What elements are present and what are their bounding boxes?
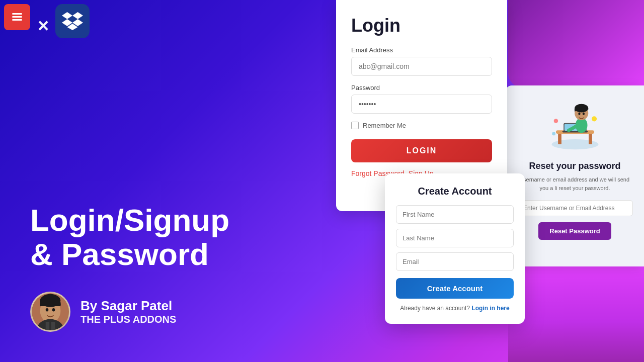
svg-rect-19	[589, 134, 592, 144]
purple-accent-top-right	[508, 0, 644, 88]
svg-point-28	[553, 119, 557, 123]
avatar	[30, 292, 70, 332]
elementor-icon	[4, 4, 30, 30]
svg-point-27	[582, 113, 584, 115]
email-input-create[interactable]	[396, 252, 514, 271]
reset-password-panel: Reset your password username or email ad…	[506, 85, 644, 266]
dropbox-icon	[55, 4, 90, 38]
create-account-panel: Create Account Create Account Already ha…	[385, 173, 525, 324]
author-info: By Sagar Patel THE PLUS ADDONS	[80, 298, 176, 325]
svg-rect-11	[46, 322, 49, 331]
svg-rect-2	[12, 19, 22, 21]
password-label: Password	[351, 84, 492, 92]
svg-point-26	[578, 113, 580, 115]
email-input[interactable]	[351, 57, 492, 76]
email-label: Email Address	[351, 46, 492, 54]
password-input[interactable]	[351, 95, 492, 114]
left-content: Login/Signup & Password	[0, 0, 327, 362]
reset-illustration	[517, 98, 633, 153]
first-name-input[interactable]	[396, 205, 514, 224]
login-button[interactable]: LOGIN	[351, 139, 492, 162]
remember-checkbox[interactable]	[351, 122, 359, 129]
reset-input[interactable]	[517, 200, 633, 216]
svg-point-13	[46, 308, 49, 311]
login-here-link[interactable]: Login in here	[471, 305, 509, 312]
already-account-row: Already have an account? Login in here	[396, 305, 514, 312]
hero-title: Login/Signup & Password	[30, 203, 297, 272]
reset-title: Reset your password	[517, 161, 633, 171]
top-left-icons	[4, 4, 30, 30]
svg-rect-0	[12, 13, 22, 15]
remember-label: Remember Me	[363, 122, 406, 129]
login-title: Login	[351, 15, 492, 36]
svg-point-29	[592, 116, 597, 121]
svg-rect-12	[51, 322, 55, 331]
author-row: By Sagar Patel THE PLUS ADDONS	[30, 292, 297, 332]
cross-symbol: ×	[38, 15, 49, 37]
svg-marker-4	[72, 12, 83, 19]
remember-me-row: Remember Me	[351, 122, 492, 129]
svg-point-30	[552, 132, 555, 136]
already-account-text: Already have an account?	[400, 305, 470, 312]
author-name: By Sagar Patel	[80, 298, 176, 314]
svg-point-14	[52, 308, 55, 311]
reset-description: username or email address and we will se…	[517, 175, 633, 192]
svg-rect-1	[12, 16, 22, 18]
svg-rect-18	[558, 134, 561, 144]
svg-marker-3	[62, 12, 72, 19]
purple-accent-bottom-right	[508, 261, 644, 362]
author-org: THE PLUS ADDONS	[80, 314, 176, 325]
create-account-title: Create Account	[396, 186, 514, 197]
reset-password-button[interactable]: Reset Password	[538, 222, 611, 240]
last-name-input[interactable]	[396, 229, 514, 247]
create-account-button[interactable]: Create Account	[396, 278, 514, 299]
